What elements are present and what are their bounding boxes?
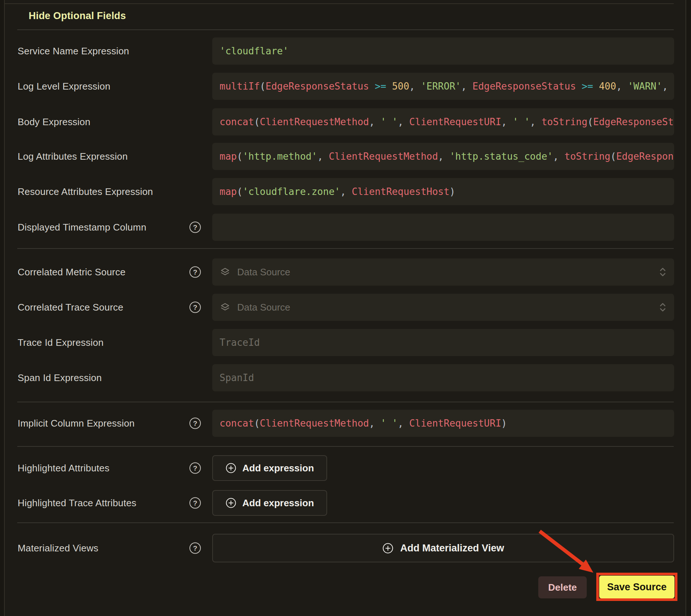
form-row-implicit-column: Implicit Column Expression ? concat(Clie… xyxy=(0,410,691,437)
form-row-resource-attributes: Resource Attributes Expression map('clou… xyxy=(0,178,691,205)
correlated-metric-label: Correlated Metric Source xyxy=(18,267,126,278)
add-expression-button[interactable]: Add expression xyxy=(212,490,327,516)
help-icon[interactable]: ? xyxy=(189,497,201,509)
section-divider xyxy=(17,522,674,523)
log-attributes-expression-field[interactable]: map('http.method', ClientRequestMethod, … xyxy=(212,143,674,170)
correlated-metric-source-select[interactable]: Data Source xyxy=(212,258,674,286)
correlated-trace-label: Correlated Trace Source xyxy=(18,302,123,313)
implicit-column-expression-field[interactable]: concat(ClientRequestMethod, ' ', ClientR… xyxy=(212,410,674,437)
plus-circle-icon xyxy=(382,543,394,554)
select-placeholder: Data Source xyxy=(237,267,290,278)
form-row-highlighted-attributes: Highlighted Attributes ? Add expression xyxy=(0,455,691,481)
help-icon[interactable]: ? xyxy=(189,418,201,429)
form-row-trace-id: Trace Id Expression TraceId xyxy=(0,329,691,356)
section-divider xyxy=(17,402,674,402)
delete-button[interactable]: Delete xyxy=(538,576,587,598)
form-row-displayed-timestamp: Displayed Timestamp Column ? xyxy=(0,214,691,241)
trace-id-label: Trace Id Expression xyxy=(18,337,104,348)
field-placeholder: SpanId xyxy=(220,372,254,383)
materialized-views-label: Materialized Views xyxy=(18,543,98,554)
correlated-trace-source-select[interactable]: Data Source xyxy=(212,294,674,321)
stack-icon xyxy=(220,267,231,278)
highlighted-attributes-label: Highlighted Attributes xyxy=(18,463,109,474)
add-expression-label: Add expression xyxy=(242,463,314,474)
save-source-button[interactable]: Save Source xyxy=(599,576,674,598)
form-row-correlated-trace: Correlated Trace Source ? Data Source xyxy=(0,294,691,321)
displayed-timestamp-field[interactable] xyxy=(212,214,674,241)
resource-attributes-expression-field[interactable]: map('cloudflare.zone', ClientRequestHost… xyxy=(212,178,674,205)
plus-circle-icon xyxy=(225,463,236,474)
log-level-expression-field[interactable]: multiIf(EdgeResponseStatus >= 500, 'ERRO… xyxy=(212,73,674,100)
help-icon[interactable]: ? xyxy=(189,222,201,233)
service-name-label: Service Name Expression xyxy=(18,46,129,57)
displayed-timestamp-label: Displayed Timestamp Column xyxy=(18,222,146,233)
section-divider xyxy=(17,29,674,30)
plus-circle-icon xyxy=(225,497,236,508)
stack-icon xyxy=(220,302,231,313)
add-expression-button[interactable]: Add expression xyxy=(212,455,327,481)
resource-attributes-label: Resource Attributes Expression xyxy=(18,186,153,198)
hide-optional-fields-link[interactable]: Hide Optional Fields xyxy=(29,10,126,22)
add-materialized-view-button[interactable]: Add Materialized View xyxy=(212,534,674,562)
form-row-body: Body Expression concat(ClientRequestMeth… xyxy=(0,108,691,135)
section-divider xyxy=(17,248,674,249)
form-row-service-name: Service Name Expression 'cloudflare' xyxy=(0,37,691,65)
log-attributes-label: Log Attributes Expression xyxy=(18,151,128,162)
implicit-column-label: Implicit Column Expression xyxy=(18,418,135,429)
section-divider xyxy=(17,446,674,447)
trace-id-expression-field[interactable]: TraceId xyxy=(212,329,674,356)
help-icon[interactable]: ? xyxy=(189,463,201,474)
form-row-span-id: Span Id Expression SpanId xyxy=(0,364,691,391)
field-placeholder: TraceId xyxy=(220,337,260,348)
panel-top-border xyxy=(4,3,674,4)
selector-chevrons-icon xyxy=(658,301,668,313)
body-label: Body Expression xyxy=(18,116,90,128)
service-name-expression-field[interactable]: 'cloudflare' xyxy=(212,37,674,65)
body-expression-field[interactable]: concat(ClientRequestMethod, ' ', ClientR… xyxy=(212,108,674,135)
add-materialized-view-label: Add Materialized View xyxy=(400,543,504,554)
span-id-label: Span Id Expression xyxy=(18,372,102,384)
log-level-label: Log Level Expression xyxy=(18,81,111,92)
help-icon[interactable]: ? xyxy=(189,543,201,554)
span-id-expression-field[interactable]: SpanId xyxy=(212,364,674,391)
form-row-log-attributes: Log Attributes Expression map('http.meth… xyxy=(0,143,691,170)
form-row-log-level: Log Level Expression multiIf(EdgeRespons… xyxy=(0,73,691,100)
highlighted-trace-attributes-label: Highlighted Trace Attributes xyxy=(18,497,137,509)
help-icon[interactable]: ? xyxy=(189,302,201,313)
add-expression-label: Add expression xyxy=(242,497,314,509)
form-row-correlated-metric: Correlated Metric Source ? Data Source xyxy=(0,258,691,286)
help-icon[interactable]: ? xyxy=(189,267,201,278)
form-row-materialized-views: Materialized Views ? Add Materialized Vi… xyxy=(0,534,691,562)
select-placeholder: Data Source xyxy=(237,302,290,313)
selector-chevrons-icon xyxy=(658,266,668,278)
form-row-highlighted-trace-attributes: Highlighted Trace Attributes ? Add expre… xyxy=(0,490,691,516)
